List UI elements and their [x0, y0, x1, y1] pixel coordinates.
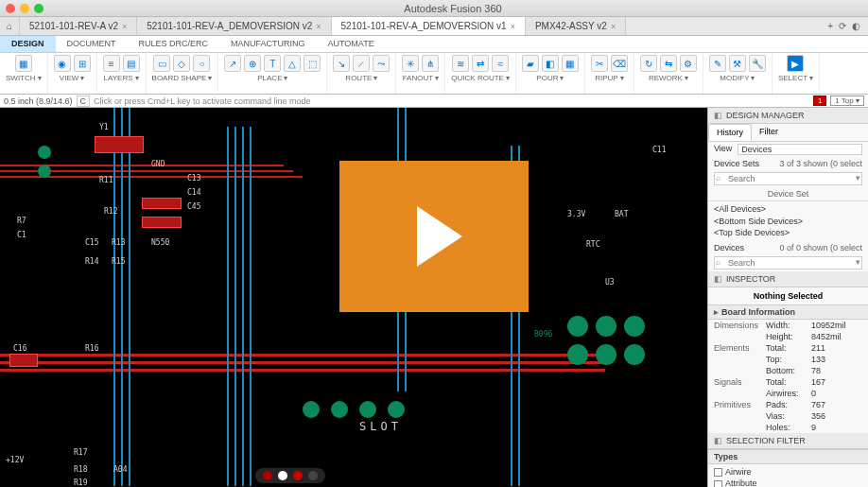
panel-tabs: History Filter	[708, 124, 868, 142]
panel-tab-history[interactable]: History	[708, 124, 752, 141]
board-info-section[interactable]: Board Information	[708, 304, 868, 320]
view-toolbar	[255, 468, 325, 483]
ribbon-modify[interactable]: ✎⚒🔧MODIFY▾	[703, 53, 773, 94]
command-status-bar: 0.5 inch (8.9/14.6) C Click or press Cmd…	[0, 95, 868, 108]
window-titlebar: Autodesk Fusion 360	[0, 0, 868, 17]
ribbon-switch[interactable]: ▦SWITCH▾	[0, 53, 48, 94]
design-manager-panel: ◧DESIGN MANAGER History Filter View Devi…	[707, 108, 868, 487]
document-tabs: ⌂ 52101-101-REV-A v2× 52101-101-REV-A_DE…	[0, 17, 868, 36]
layer-name-dropdown[interactable]: 1 Top ▾	[830, 96, 864, 106]
device-set-list: <All Devices> <Bottom Side Devices> <Top…	[708, 201, 868, 241]
ribbon-quick-route[interactable]: ≋⇄≈QUICK ROUTE▾	[445, 53, 516, 94]
help-icon[interactable]: ◐	[852, 21, 860, 31]
ctx-tab-design[interactable]: DESIGN	[0, 36, 56, 52]
traffic-lights	[6, 4, 43, 13]
ribbon-place[interactable]: ↗⊕T△⬚PLACE▾	[218, 53, 327, 94]
ribbon-select[interactable]: ▶SELECT▾	[773, 53, 820, 94]
ribbon-view[interactable]: ◉⊞VIEW▾	[48, 53, 97, 94]
window-title: Autodesk Fusion 360	[43, 3, 862, 14]
device-set-column-header: Device Set	[708, 187, 868, 201]
ctx-tab-rules[interactable]: RULES DRC/ERC	[128, 36, 220, 52]
tab-actions: + ⟳ ◐	[827, 17, 868, 35]
view-dropdown[interactable]: Devices	[738, 144, 862, 155]
file-tab-2[interactable]: 52101-101-REV-A_DEMOVERSION v1×	[332, 17, 526, 35]
close-tab-icon[interactable]: ×	[511, 22, 515, 31]
close-tab-icon[interactable]: ×	[611, 22, 616, 31]
chevron-down-icon[interactable]: ▾	[856, 257, 860, 267]
panel-header: ◧DESIGN MANAGER	[708, 108, 868, 124]
list-item[interactable]: <Top Side Devices>	[714, 227, 862, 239]
ctx-tab-manufacturing[interactable]: MANUFACTURING	[219, 36, 317, 52]
devices-header: Devices 0 of 0 shown (0 select	[708, 241, 868, 254]
list-item[interactable]: Attribute	[714, 478, 862, 487]
panel-collapse-icon[interactable]: ◧	[714, 436, 722, 445]
selection-filter-header: ◧SELECTION FILTER	[708, 433, 868, 449]
command-hint: Click or press Cmd+L key to activate com…	[94, 96, 311, 106]
view-selector-row: View Devices	[708, 142, 868, 157]
panel-collapse-icon[interactable]: ◧	[714, 274, 722, 284]
layer-toggle-gray-icon[interactable]	[308, 471, 318, 480]
types-section: Types	[708, 449, 868, 464]
file-tab-label: PMX42-ASSY v2	[535, 21, 607, 31]
maximize-window-icon[interactable]	[34, 4, 43, 13]
ribbon-route[interactable]: ↘⟋⤳ROUTE▾	[327, 53, 396, 94]
new-tab-icon[interactable]: +	[827, 21, 833, 31]
panel-collapse-icon[interactable]: ◧	[714, 111, 722, 120]
search-icon: ⌕	[716, 257, 720, 267]
file-tab-label: 52101-101-REV-A v2	[29, 21, 118, 31]
ribbon-board-shape[interactable]: ▭◇○BOARD SHAPE▾	[147, 53, 219, 94]
sync-icon[interactable]: ⟳	[839, 21, 846, 31]
close-window-icon[interactable]	[6, 4, 15, 13]
coordinate-readout: 0.5 inch (8.9/14.6)	[4, 96, 73, 106]
ribbon-pour[interactable]: ▰◧▦POUR▾	[516, 53, 585, 94]
device-sets-header: Device Sets 3 of 3 shown (0 select	[708, 157, 868, 170]
context-tabs: DESIGN DOCUMENT RULES DRC/ERC MANUFACTUR…	[0, 36, 868, 53]
inspector-header: ◧INSPECTOR	[708, 271, 868, 287]
close-tab-icon[interactable]: ×	[122, 22, 127, 31]
play-icon	[417, 206, 462, 267]
ctx-tab-automate[interactable]: AUTOMATE	[317, 36, 386, 52]
layer-toggle-red2-icon[interactable]	[293, 471, 303, 480]
ribbon-toolbar: ▦SWITCH▾ ◉⊞VIEW▾ ≡▤LAYERS▾ ▭◇○BOARD SHAP…	[0, 53, 868, 95]
panel-tab-filter[interactable]: Filter	[752, 124, 786, 141]
file-tab-1[interactable]: 52101-101-REV-A_DEMOVERSION v2×	[137, 17, 331, 35]
layer-toggle-red-icon[interactable]	[263, 471, 272, 480]
checkbox[interactable]	[714, 480, 722, 488]
file-tab-label: 52101-101-REV-A_DEMOVERSION v2	[147, 21, 312, 31]
layer-toggle-white-icon[interactable]	[278, 471, 287, 480]
command-input[interactable]: C	[77, 96, 91, 107]
search-icon: ⌕	[716, 173, 720, 183]
device-sets-search-input[interactable]	[714, 172, 862, 185]
ribbon-layers[interactable]: ≡▤LAYERS▾	[97, 53, 147, 94]
ribbon-ripup[interactable]: ✂⌫RIPUP▾	[585, 53, 634, 94]
list-item[interactable]: Airwire	[714, 466, 862, 478]
list-item[interactable]: <Bottom Side Devices>	[714, 216, 862, 228]
file-tab-label: 52101-101-REV-A_DEMOVERSION v1	[341, 21, 507, 31]
file-tab-3[interactable]: PMX42-ASSY v2×	[526, 17, 626, 35]
layer-number-badge[interactable]: 1	[813, 96, 826, 106]
ribbon-rework[interactable]: ↻⇆⚙REWORK▾	[634, 53, 703, 94]
inspector-nothing-selected: Nothing Selected	[708, 287, 868, 304]
devices-search-input[interactable]	[714, 256, 862, 270]
chevron-down-icon[interactable]: ▾	[856, 173, 860, 183]
close-tab-icon[interactable]: ×	[316, 22, 321, 31]
ctx-tab-document[interactable]: DOCUMENT	[56, 36, 128, 52]
types-list: Airwire Attribute Circle Device Dimensio…	[708, 464, 868, 487]
list-item[interactable]: <All Devices>	[714, 203, 862, 216]
video-play-overlay[interactable]	[339, 161, 529, 312]
minimize-window-icon[interactable]	[20, 4, 29, 13]
checkbox[interactable]	[714, 468, 722, 477]
file-tab-0[interactable]: 52101-101-REV-A v2×	[20, 17, 137, 35]
ribbon-fanout[interactable]: ✳⋔FANOUT▾	[396, 53, 445, 94]
home-tab[interactable]: ⌂	[0, 17, 20, 35]
